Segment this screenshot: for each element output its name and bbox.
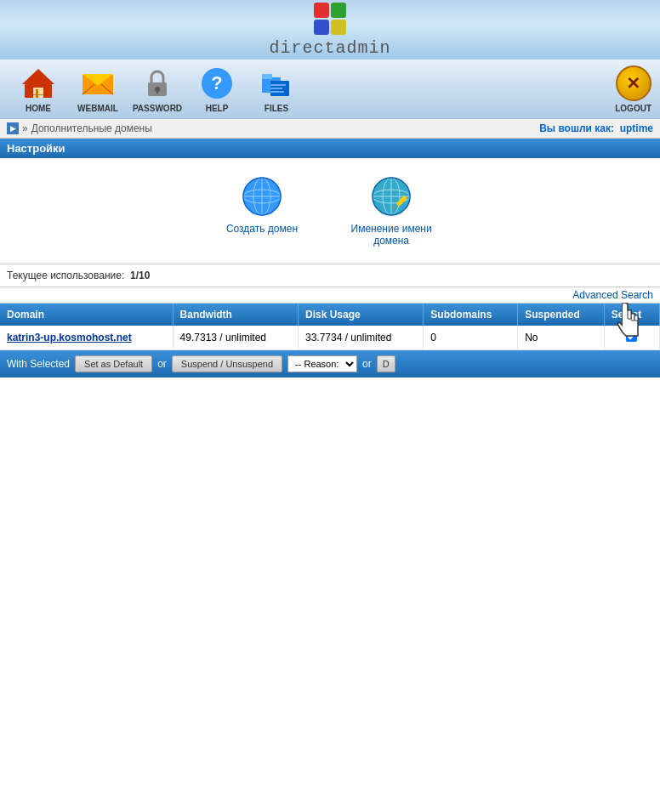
nav-webmail[interactable]: WEBMAIL [68, 65, 128, 113]
col-domain: Domain [0, 304, 173, 326]
settings-bar: Настройки [0, 139, 660, 158]
navbar: HOME WEBMAIL PASSWORD ? [0, 60, 660, 119]
svg-marker-1 [22, 69, 54, 84]
usage-bar: Текущее использование: 1/10 [0, 264, 660, 287]
col-suspended: Suspended [518, 304, 605, 326]
logo: directadmin [269, 3, 390, 58]
col-bandwidth: Bandwidth [173, 304, 298, 326]
app-title: directadmin [269, 38, 390, 58]
breadcrumb-path: Дополнительные домены [31, 122, 152, 134]
col-disk-usage: Disk Usage [298, 304, 423, 326]
col-select: Select [604, 304, 659, 326]
logged-in-text: Вы вошли как: [539, 122, 614, 134]
nav-files-label: FILES [265, 104, 288, 113]
usage-label: Текущее использование: [7, 270, 124, 281]
table-header-row: Domain Bandwidth Disk Usage Subdomains S… [0, 304, 660, 326]
logout-circle: ✕ [616, 65, 651, 101]
nav-webmail-label: WEBMAIL [77, 104, 118, 113]
logo-sq-yellow [331, 20, 346, 35]
domain-table: Domain Bandwidth Disk Usage Subdomains S… [0, 304, 660, 350]
svg-rect-4 [36, 89, 38, 98]
cell-subdomains: 0 [424, 326, 518, 350]
nav-help[interactable]: ? HELP [187, 65, 247, 113]
nav-home[interactable]: HOME [9, 65, 68, 113]
svg-rect-20 [270, 91, 284, 93]
domain-link[interactable]: katrin3-up.kosmohost.net [7, 332, 132, 344]
create-domain-label: Создать домен [226, 223, 298, 235]
logo-sq-green [331, 3, 346, 18]
svg-rect-16 [262, 74, 272, 79]
breadcrumb-arrow[interactable]: ▶ [7, 122, 19, 134]
cell-suspended: No [518, 326, 605, 350]
cell-bandwidth: 49.7313 / unlimited [173, 326, 298, 350]
breadcrumb-left: ▶ » Дополнительные домены [7, 122, 152, 134]
breadcrumb-separator: » [22, 122, 28, 134]
table-row: katrin3-up.kosmohost.net 49.7313 / unlim… [0, 326, 660, 350]
rename-domain-label: Именение имени домена [349, 223, 434, 247]
usage-value: 1/10 [130, 270, 150, 281]
cell-disk-usage: 33.7734 / unlimited [298, 326, 423, 350]
logout-label: LOGOUT [615, 104, 651, 113]
svg-rect-12 [156, 89, 158, 94]
files-icon [259, 65, 294, 101]
with-selected-row: With Selected Set as Default or Suspend … [0, 350, 660, 378]
logo-sq-blue [314, 20, 329, 35]
set-default-button[interactable]: Set as Default [75, 355, 152, 372]
with-selected-label: With Selected [7, 358, 70, 370]
webmail-icon [80, 65, 116, 101]
breadcrumb-right: Вы вошли как: uptime [539, 122, 653, 134]
nav-password[interactable]: PASSWORD [128, 65, 187, 113]
logout-x-icon: ✕ [626, 75, 640, 92]
nav-home-label: HOME [26, 104, 51, 113]
or1-label: or [157, 358, 167, 370]
delete-button[interactable]: D [377, 355, 395, 372]
svg-rect-19 [270, 88, 282, 89]
home-icon [20, 65, 56, 101]
help-icon: ? [199, 65, 235, 101]
settings-label: Настройки [7, 142, 65, 155]
logout-button[interactable]: ✕ LOGOUT [615, 65, 651, 113]
nav-help-label: HELP [206, 104, 229, 113]
nav-password-label: PASSWORD [133, 104, 182, 113]
password-icon [139, 65, 175, 101]
svg-text:?: ? [211, 72, 222, 94]
username: uptime [620, 122, 653, 134]
cell-select [604, 326, 659, 350]
cell-domain: katrin3-up.kosmohost.net [0, 326, 173, 350]
or2-label: or [362, 358, 372, 370]
header: directadmin [0, 0, 660, 60]
advanced-search-label: Advanced Search [572, 289, 653, 301]
svg-rect-5 [33, 94, 43, 95]
svg-rect-18 [270, 84, 286, 86]
logo-sq-red [314, 3, 329, 18]
main-content: Создать домен Именение имени домена Теку… [0, 158, 660, 378]
breadcrumb: ▶ » Дополнительные домены Вы вошли как: … [0, 119, 660, 139]
suspend-unsuspend-button[interactable]: Suspend / Unsuspend [172, 355, 282, 372]
select-checkbox[interactable] [626, 331, 637, 342]
create-domain-icon[interactable]: Создать домен [226, 175, 298, 247]
reason-select[interactable]: -- Reason: [287, 355, 357, 372]
logo-grid [314, 3, 346, 35]
rename-domain-icon[interactable]: Именение имени домена [349, 175, 434, 247]
icons-area: Создать домен Именение имени домена [0, 158, 660, 264]
nav-files[interactable]: FILES [247, 65, 306, 113]
advanced-search-row[interactable]: Advanced Search [0, 287, 660, 304]
col-subdomains: Subdomains [424, 304, 518, 326]
